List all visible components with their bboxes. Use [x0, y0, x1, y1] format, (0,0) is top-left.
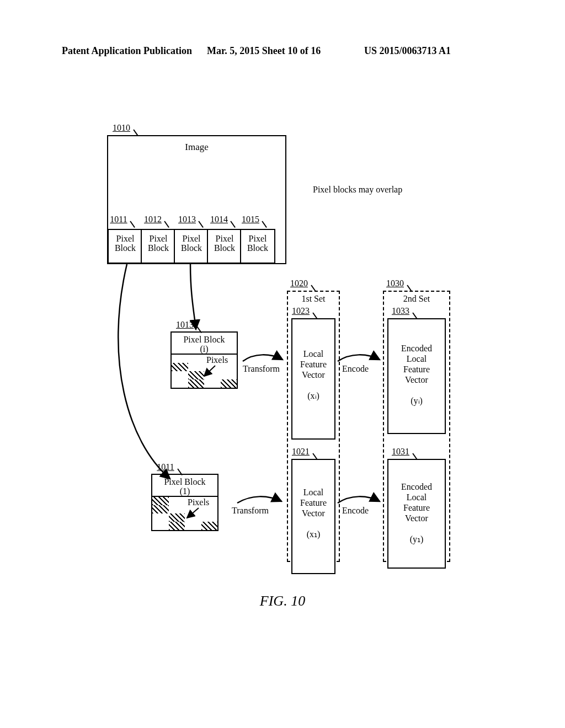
ref-1010: 1010 — [110, 123, 132, 133]
ref-pb1b: 1011 — [154, 462, 177, 472]
ref-1014: 1014 — [209, 215, 230, 224]
page-header-mid: Mar. 5, 2015 Sheet 10 of 16 — [207, 45, 321, 57]
image-title: Image — [108, 142, 285, 153]
transform-label-1: Transform — [232, 506, 269, 516]
elfv-i: Encoded Local Feature Vector (yᵢ) — [387, 318, 446, 434]
encode-label-i: Encode — [342, 364, 369, 374]
ref-1015: 1015 — [240, 215, 261, 224]
pixel-block-4: Pixel Block — [207, 229, 242, 264]
transform-label-i: Transform — [243, 364, 280, 374]
figure-caption: FIG. 10 — [0, 593, 565, 609]
ref-1020: 1020 — [288, 279, 310, 288]
ref-1033: 1033 — [390, 306, 412, 316]
ref-1011: 1011 — [108, 215, 129, 224]
pixels-label-1: Pixels — [188, 497, 209, 507]
ref-1031: 1031 — [390, 447, 412, 457]
lfv-1: Local Feature Vector (x₁) — [291, 459, 335, 574]
ref-pbi: 1013 — [174, 320, 196, 330]
ref-1021: 1021 — [290, 447, 312, 457]
pixel-block-3: Pixel Block — [174, 229, 209, 264]
page-header-right: US 2015/0063713 A1 — [364, 45, 451, 57]
ref-1012: 1012 — [142, 215, 163, 224]
second-set-label: 2nd Set — [384, 294, 449, 304]
ref-1013: 1013 — [177, 215, 198, 224]
ref-1023: 1023 — [290, 306, 312, 316]
pixel-block-1: Pixel Block — [108, 229, 143, 264]
page-header-left: Patent Application Publication — [62, 45, 192, 57]
pixel-block-i-title: Pixel Block (i) — [172, 335, 237, 354]
first-set-label: 1st Set — [288, 294, 339, 304]
pixels-label-i: Pixels — [206, 355, 228, 365]
lfv-i: Local Feature Vector (xᵢ) — [291, 318, 335, 440]
elfv-1: Encoded Local Feature Vector (y₁) — [387, 459, 446, 569]
pixel-block-1-title: Pixel Block (1) — [152, 477, 217, 496]
overlap-note: Pixel blocks may overlap — [313, 185, 440, 195]
pixel-block-5: Pixel Block — [240, 229, 275, 264]
flow-arrows — [0, 0, 565, 728]
ref-1030: 1030 — [384, 279, 406, 288]
encode-label-1: Encode — [342, 506, 369, 516]
pixel-block-2: Pixel Block — [141, 229, 176, 264]
image-box: Image Pixel Block Pixel Block Pixel Bloc… — [107, 135, 286, 264]
